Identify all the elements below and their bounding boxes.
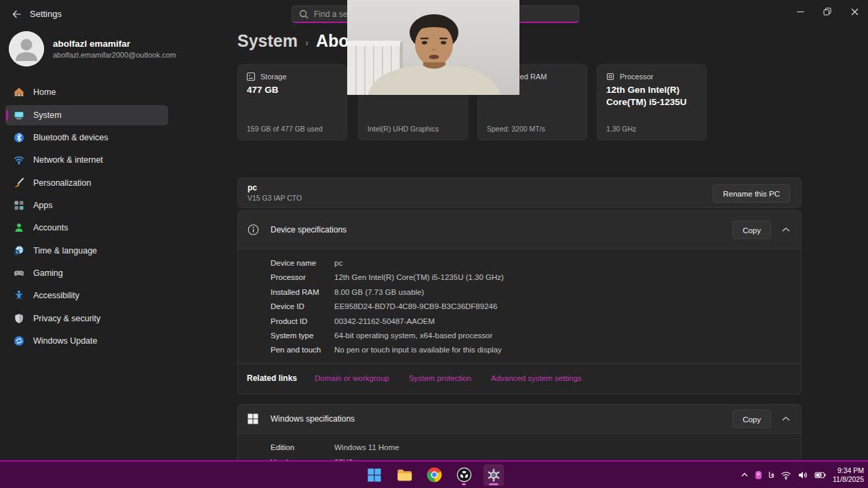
restore-icon: [823, 7, 831, 16]
user-email: abolfazl.emamifar2000@outlook.com: [53, 51, 176, 59]
copy-device-specs-button[interactable]: Copy: [732, 221, 771, 239]
network-icon: [14, 155, 24, 165]
home-icon: [14, 87, 24, 98]
accounts-icon: [14, 222, 24, 233]
start-button[interactable]: [364, 464, 384, 486]
card-label: Processor: [620, 73, 654, 81]
webcam-overlay: [347, 0, 519, 95]
sidebar-item-label: Home: [33, 87, 56, 97]
active-indicator: [489, 483, 498, 485]
user-name: abolfazl emamifar: [53, 39, 130, 49]
window-controls: [787, 0, 868, 23]
breadcrumb-separator-icon: ›: [305, 37, 309, 48]
close-icon: [851, 8, 859, 16]
restore-button[interactable]: [814, 0, 841, 23]
back-arrow-icon: [11, 9, 22, 20]
sidebar-item-personalization[interactable]: Personalization: [5, 173, 168, 193]
sidebar-item-home[interactable]: Home: [5, 82, 168, 102]
sidebar-item-label: Accessibility: [33, 291, 79, 300]
battery-icon[interactable]: [814, 470, 827, 481]
sidebar-item-accounts[interactable]: Accounts: [5, 218, 168, 238]
spec-row: EditionWindows 11 Home: [271, 443, 787, 452]
settings-window: Settings abolfazl emamifar abolfazl.emam…: [0, 0, 868, 488]
chrome-icon: [427, 467, 442, 483]
folder-icon: [397, 467, 412, 483]
sidebar-item-bluetooth[interactable]: Bluetooth & devices: [5, 127, 168, 148]
sidebar-item-label: Apps: [33, 201, 53, 210]
link-system-protection[interactable]: System protection: [409, 374, 471, 382]
apps-icon: [14, 200, 24, 211]
shield-icon: [14, 313, 24, 324]
card-footer: Intel(R) UHD Graphics: [368, 125, 439, 133]
clock[interactable]: 9:34 PM 11/8/2025: [833, 466, 864, 484]
volume-icon[interactable]: [797, 470, 808, 481]
sidebar-item-network[interactable]: Network & internet: [5, 150, 168, 170]
section-title: Device specifications: [271, 225, 347, 235]
obs-icon: [456, 467, 472, 483]
sidebar-item-accessibility[interactable]: Accessibility: [5, 285, 168, 306]
settings-taskbar-button[interactable]: [484, 464, 504, 486]
rename-pc-button[interactable]: Rename this PC: [713, 184, 790, 203]
taskbar: فا 9:34 PM 11/8/2025: [0, 462, 868, 488]
avatar[interactable]: [9, 31, 44, 66]
obs-studio-button[interactable]: [454, 464, 474, 486]
card-value: 12th Gen Intel(R) Core(TM) i5-1235U: [606, 84, 701, 108]
storage-card: Storage 477 GB 159 GB of 477 GB used: [237, 64, 347, 140]
link-domain-or-workgroup[interactable]: Domain or workgroup: [315, 374, 389, 382]
device-specifications-header[interactable]: Device specifications Copy: [237, 210, 802, 249]
device-specifications-section: Device specifications Copy Device namepc…: [237, 210, 802, 394]
file-explorer-button[interactable]: [394, 464, 414, 486]
sidebar-item-label: Privacy & security: [33, 314, 100, 323]
search-icon: [299, 9, 309, 19]
sidebar-item-apps[interactable]: Apps: [5, 195, 168, 216]
storage-icon: [246, 72, 256, 81]
card-label: Storage: [260, 73, 287, 81]
sidebar-item-label: Time & language: [33, 246, 97, 256]
sidebar-item-label: Windows Update: [33, 336, 98, 346]
sidebar-item-label: Bluetooth & devices: [33, 133, 108, 142]
webcam-video: [347, 0, 519, 95]
copy-windows-specs-button[interactable]: Copy: [732, 410, 771, 428]
spec-row: Product ID00342-21162-50487-AAOEM: [271, 317, 787, 326]
person-icon: [9, 31, 44, 66]
pc-model: V15 G3 IAP CTO: [248, 194, 302, 202]
sidebar-item-time-language[interactable]: Time & language: [5, 241, 168, 261]
chevron-up-icon[interactable]: [782, 417, 790, 422]
chrome-button[interactable]: [424, 464, 444, 486]
back-button[interactable]: [7, 5, 26, 23]
wifi-icon[interactable]: [781, 470, 791, 481]
chevron-up-icon: [741, 471, 749, 479]
gear-icon: [486, 468, 501, 483]
system-icon: [14, 110, 24, 121]
sidebar-item-label: Personalization: [33, 178, 91, 188]
link-advanced-system-settings[interactable]: Advanced system settings: [491, 374, 582, 382]
sidebar-item-windows-update[interactable]: Windows Update: [5, 331, 168, 351]
processor-icon: [606, 72, 615, 81]
hidden-icons-button[interactable]: [741, 471, 749, 479]
minimize-button[interactable]: [787, 0, 814, 23]
tray-app-icon[interactable]: [755, 470, 762, 480]
sidebar-item-system[interactable]: System: [5, 105, 168, 125]
windows-update-icon: [14, 336, 24, 346]
spec-row: Processor12th Gen Intel(R) Core(TM) i5-1…: [271, 272, 787, 282]
spec-row: Installed RAM8.00 GB (7.73 GB usable): [271, 287, 787, 297]
sidebar-item-privacy[interactable]: Privacy & security: [5, 308, 168, 329]
windows-specifications-header[interactable]: Windows specifications Copy: [237, 404, 802, 434]
breadcrumb-parent[interactable]: System: [237, 31, 298, 51]
related-links-label: Related links: [247, 373, 306, 383]
chevron-up-icon[interactable]: [782, 228, 790, 232]
sidebar-item-gaming[interactable]: Gaming: [5, 263, 168, 283]
running-indicator: [462, 483, 466, 485]
card-footer: 159 GB of 477 GB used: [247, 125, 323, 133]
card-footer: Speed: 3200 MT/s: [487, 125, 545, 133]
device-specifications-body: Device namepc Processor12th Gen Intel(R)…: [237, 249, 802, 394]
taskbar-center-icons: [364, 462, 504, 488]
system-tray: فا 9:34 PM 11/8/2025: [741, 462, 864, 488]
info-icon: [248, 224, 259, 236]
sidebar-item-label: System: [33, 110, 62, 120]
divider: [238, 363, 801, 364]
language-indicator[interactable]: فا: [768, 470, 774, 480]
close-button[interactable]: [841, 0, 868, 23]
spec-row: Device IDEE958D24-BD7D-4C89-9CB9-B3C36DF…: [271, 302, 787, 311]
pc-name-panel: pc V15 G3 IAP CTO Rename this PC: [237, 178, 802, 208]
